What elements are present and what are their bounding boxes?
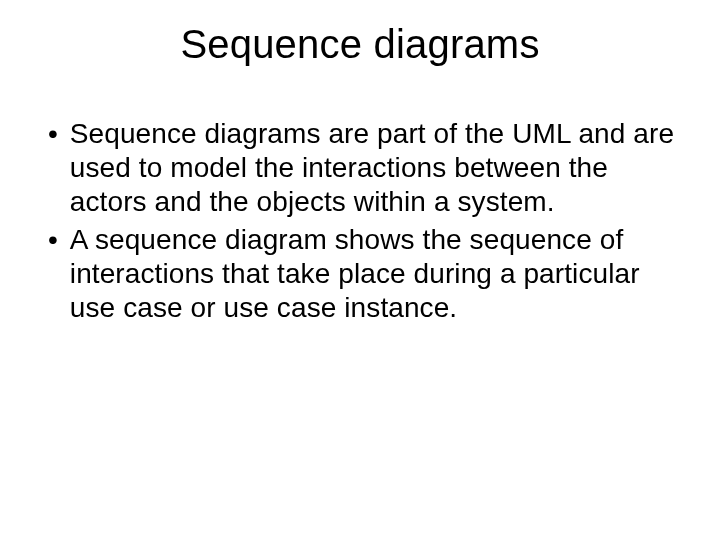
bullet-icon: • — [48, 117, 58, 151]
slide-content: • Sequence diagrams are part of the UML … — [40, 117, 680, 325]
list-item: • Sequence diagrams are part of the UML … — [48, 117, 680, 219]
bullet-text: A sequence diagram shows the sequence of… — [70, 223, 680, 325]
slide-title: Sequence diagrams — [40, 22, 680, 67]
bullet-icon: • — [48, 223, 58, 257]
bullet-text: Sequence diagrams are part of the UML an… — [70, 117, 680, 219]
list-item: • A sequence diagram shows the sequence … — [48, 223, 680, 325]
slide: Sequence diagrams • Sequence diagrams ar… — [0, 0, 720, 540]
